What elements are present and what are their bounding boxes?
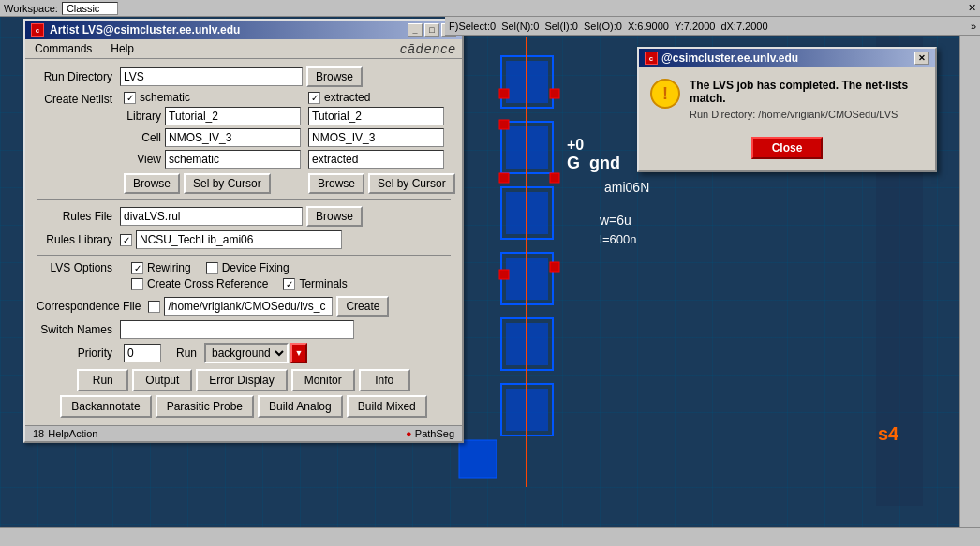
svg-text:w=6u: w=6u <box>599 213 631 228</box>
switch-names-label: Switch Names <box>37 323 116 336</box>
correspondence-row: Correspondence File Create <box>37 296 451 317</box>
statusbar-item: 18 <box>33 428 44 439</box>
x-coord: X:6.9000 <box>628 21 669 32</box>
priority-row: Priority Run background ▼ <box>37 343 451 363</box>
run-directory-input[interactable] <box>120 67 303 86</box>
dialog-menubar: Commands Help cādence <box>25 39 462 59</box>
maximize-btn[interactable]: □ <box>424 23 439 37</box>
dropdown-arrow[interactable]: ▼ <box>290 343 307 363</box>
create-cross-ref-label: Create Cross Reference <box>147 277 268 290</box>
extracted-checkbox-row: extracted <box>308 91 455 104</box>
rules-library-row: Rules Library <box>37 230 451 249</box>
switch-names-input[interactable] <box>120 320 354 339</box>
monitor-btn[interactable]: Monitor <box>291 369 355 391</box>
view-label-1: View <box>124 153 161 166</box>
view-row-1: View <box>124 150 301 169</box>
schematic-checkbox[interactable] <box>124 92 136 104</box>
dialog-statusbar: 18 HelpAction ● PathSeg <box>25 425 462 441</box>
correspondence-checkbox[interactable] <box>148 301 160 313</box>
cell-input-1[interactable] <box>165 128 301 147</box>
alert-message: The LVS job has completed. The net-lists… <box>690 79 924 105</box>
sel-cursor-btn-2[interactable]: Sel by Cursor <box>368 173 455 194</box>
netlist-section: Create Netlist schematic Library Cell Vi… <box>37 91 451 194</box>
create-netlist-label: Create Netlist <box>37 91 116 194</box>
rules-library-checkbox[interactable] <box>120 234 132 246</box>
cross-ref-checkbox[interactable] <box>131 278 143 290</box>
dialog-body: Run Directory Browse Create Netlist sche… <box>25 59 462 425</box>
svg-text:G_gnd: G_gnd <box>567 154 620 172</box>
separator-1 <box>37 199 451 200</box>
rules-library-input[interactable] <box>136 230 342 249</box>
browse-btn-2[interactable]: Browse <box>308 173 364 194</box>
alert-dialog: c @csimcluster.ee.unlv.edu ✕ ! The LVS j… <box>637 47 937 172</box>
dialog-title: Artist LVS@csimcluster.ee.unlv.edu <box>50 23 240 37</box>
options-section: LVS Options Rewiring Device Fixing Creat… <box>37 261 451 290</box>
run-directory-label: Run Directory <box>37 70 116 83</box>
build-analog-btn[interactable]: Build Analog <box>258 395 343 418</box>
dialog-titlebar: c Artist LVS@csimcluster.ee.unlv.edu _ □… <box>25 21 462 39</box>
svg-text:ami06N: ami06N <box>604 180 649 195</box>
expand-icon[interactable]: » <box>971 21 976 32</box>
correspondence-input[interactable] <box>164 297 333 316</box>
svg-rect-14 <box>499 173 509 183</box>
sel-cursor-btn-1[interactable]: Sel by Cursor <box>184 173 271 194</box>
run-mode-select[interactable]: background <box>204 343 289 363</box>
alert-buttons: Close <box>639 131 935 170</box>
error-display-btn[interactable]: Error Display <box>196 369 287 391</box>
help-menu[interactable]: Help <box>107 41 138 56</box>
library-label-1: Library <box>124 110 161 123</box>
seln-status: Sel(N):0 <box>501 21 539 32</box>
backannotate-btn[interactable]: Backannotate <box>60 395 151 418</box>
svg-rect-15 <box>499 270 509 279</box>
rules-browse-btn[interactable]: Browse <box>306 206 363 227</box>
svg-rect-21 <box>459 440 497 478</box>
create-cross-ref-option: Create Cross Reference <box>131 277 268 290</box>
library-input-1[interactable] <box>165 107 301 125</box>
alert-close-titlebar-btn[interactable]: ✕ <box>914 52 929 65</box>
parasitic-probe-btn[interactable]: Parasitic Probe <box>156 395 254 418</box>
commands-menu[interactable]: Commands <box>31 41 96 56</box>
priority-label: Priority <box>37 347 116 360</box>
info-btn[interactable]: Info <box>359 369 410 391</box>
terminals-option: Terminals <box>283 277 347 290</box>
rules-file-label: Rules File <box>37 210 116 223</box>
schematic-checkbox-row: schematic <box>124 91 301 104</box>
svg-text:s4: s4 <box>878 423 899 444</box>
build-mixed-btn[interactable]: Build Mixed <box>347 395 427 418</box>
rules-file-input[interactable] <box>120 207 303 226</box>
output-btn[interactable]: Output <box>132 369 192 391</box>
view-input-2[interactable] <box>308 150 444 169</box>
run-directory-row: Run Directory Browse <box>37 66 451 87</box>
select0-status: F)Select:0 <box>449 21 496 32</box>
device-fixing-label: Device Fixing <box>222 261 290 274</box>
statusbar-action: HelpAction <box>48 428 97 439</box>
run-directory-browse-btn[interactable]: Browse <box>306 66 363 87</box>
view-row-2 <box>308 150 455 169</box>
library-input-2[interactable] <box>308 107 444 125</box>
rewiring-checkbox[interactable] <box>131 262 143 274</box>
terminals-checkbox[interactable] <box>283 278 295 290</box>
browse-btn-1[interactable]: Browse <box>124 173 180 194</box>
minimize-btn[interactable]: _ <box>408 23 423 37</box>
close-icon[interactable]: ✕ <box>968 2 976 14</box>
lvs-options-label: LVS Options <box>37 261 116 274</box>
cadence-logo: cādence <box>400 41 456 56</box>
priority-input[interactable] <box>124 344 161 362</box>
alert-close-btn[interactable]: Close <box>751 137 824 159</box>
create-btn[interactable]: Create <box>336 296 389 317</box>
options-row-1: LVS Options Rewiring Device Fixing <box>37 261 451 274</box>
alert-dialog-icon: c <box>645 52 658 65</box>
options-spacer <box>37 277 116 290</box>
device-fixing-checkbox[interactable] <box>206 262 218 274</box>
run-btn[interactable]: Run <box>77 369 128 391</box>
cell-label-1: Cell <box>124 131 161 144</box>
extracted-col: extracted Browse Sel by Cursor <box>308 91 455 194</box>
cell-input-2[interactable] <box>308 128 444 147</box>
view-input-1[interactable] <box>165 150 301 169</box>
rewiring-option: Rewiring <box>131 261 191 274</box>
dialog-icon: c <box>31 23 44 37</box>
workspace-value: Classic <box>62 2 118 15</box>
correspondence-label: Correspondence File <box>37 300 144 313</box>
svg-text:+0: +0 <box>567 137 584 153</box>
extracted-checkbox[interactable] <box>308 92 320 104</box>
